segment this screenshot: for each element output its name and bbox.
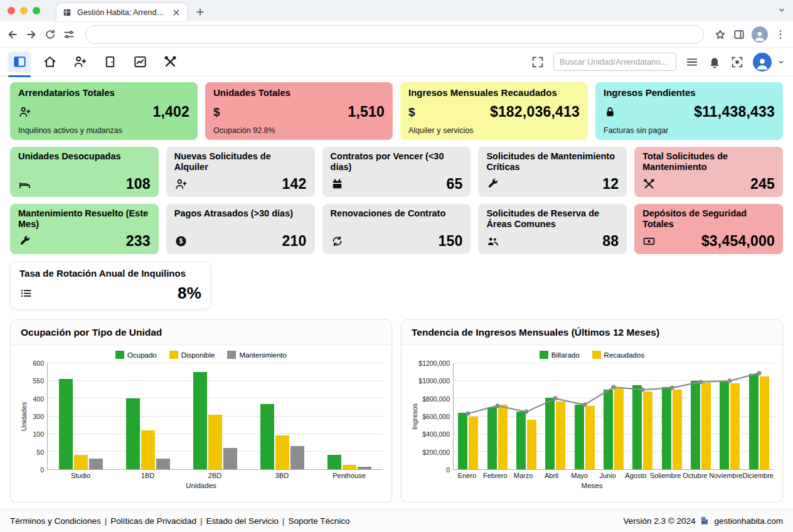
calendar-icon bbox=[331, 178, 344, 191]
site-logo-icon bbox=[700, 516, 710, 526]
stat-value: 1,402 bbox=[152, 104, 189, 120]
y-tick-label: $800,000 bbox=[422, 395, 450, 403]
y-tick-label: $600,000 bbox=[422, 413, 450, 420]
tab-favicon bbox=[62, 8, 72, 18]
trend-point bbox=[669, 386, 674, 390]
avatar-caret-icon[interactable] bbox=[777, 58, 785, 66]
person-icon bbox=[754, 55, 770, 72]
tab-strip: Gestión Habita; Arrendatario bbox=[0, 0, 793, 21]
fullscreen-icon[interactable] bbox=[531, 55, 545, 69]
nav-home-icon[interactable] bbox=[38, 51, 61, 73]
stat-value: $182,036,413 bbox=[490, 104, 580, 120]
legend-label: Billarado bbox=[551, 351, 580, 359]
bar-group bbox=[182, 363, 249, 469]
y-axis-title: Unidades bbox=[19, 363, 28, 470]
footer-separator: | bbox=[105, 516, 107, 526]
footer-link[interactable]: Términos y Condiciones bbox=[10, 516, 101, 526]
income-trend-chart: BillaradoRecaudadosIngresos0$200,000$400… bbox=[402, 345, 782, 492]
banknote-icon bbox=[642, 235, 656, 248]
person-icon bbox=[753, 29, 767, 43]
x-tick-label: 2BD bbox=[181, 472, 248, 479]
tab-title: Gestión Habita; Arrendatario bbox=[77, 8, 166, 17]
x-tick-label: Enero bbox=[453, 472, 481, 479]
stats-row-2: Unidades Desocupadas108Nuevas Solicitude… bbox=[10, 147, 783, 197]
bar-group bbox=[248, 363, 316, 469]
bar-ocupado bbox=[260, 404, 274, 469]
nav-icon-group bbox=[8, 51, 182, 73]
person-add-icon bbox=[174, 178, 188, 191]
menu-icon[interactable] bbox=[685, 55, 699, 69]
legend-swatch bbox=[169, 351, 178, 359]
bar-mantenimiento bbox=[89, 459, 103, 469]
tab-close-icon[interactable] bbox=[171, 8, 181, 18]
people-icon bbox=[486, 235, 499, 248]
stat-card: Nuevas Solicitudes de Alquiler142 bbox=[166, 147, 315, 197]
trend-point bbox=[757, 371, 761, 375]
legend-swatch bbox=[592, 351, 601, 359]
stat-title: Pagos Atrasados (>30 días) bbox=[174, 208, 307, 219]
legend-item: Disponible bbox=[169, 351, 215, 359]
chart-title: Tendencia de Ingresos Mensuales (Últimos… bbox=[402, 320, 782, 345]
nav-tools-icon[interactable] bbox=[158, 51, 182, 73]
side-panel-icon[interactable] bbox=[733, 28, 745, 41]
trend-point bbox=[553, 396, 558, 401]
y-tick-label: $1000,000 bbox=[418, 377, 450, 385]
browser-toolbar bbox=[0, 21, 793, 48]
bar-mantenimiento bbox=[156, 459, 170, 469]
stat-title: Renovaciones de Contrato bbox=[331, 208, 463, 219]
minimize-window-button[interactable] bbox=[20, 7, 28, 14]
footer-link[interactable]: Estado del Servicio bbox=[206, 516, 279, 526]
bar-group bbox=[316, 363, 383, 469]
x-tick-label: Febrero bbox=[481, 472, 509, 479]
reload-icon[interactable] bbox=[44, 28, 56, 41]
stat-title: Tasa de Rotación Anual de Inquilinos bbox=[19, 268, 201, 279]
profile-avatar[interactable] bbox=[752, 26, 768, 43]
x-tick-label: Octubre bbox=[681, 472, 709, 479]
trend-point bbox=[641, 388, 645, 392]
stat-value: 142 bbox=[282, 176, 307, 193]
y-axis-title: Ingresos bbox=[410, 363, 419, 470]
x-tick-label: Abril bbox=[538, 472, 566, 479]
bar-ocupado bbox=[193, 372, 207, 469]
back-icon[interactable] bbox=[6, 28, 19, 41]
stats-row-3: Mantenimiento Resuelto (Este Mes)233Pago… bbox=[10, 204, 783, 254]
stat-title: Ingresos Mensuales Recaudados bbox=[408, 87, 580, 98]
lock-icon bbox=[604, 105, 617, 119]
forward-icon[interactable] bbox=[25, 28, 38, 41]
dashboard-main: Arrendatarios Totales1,402Inquilinos act… bbox=[0, 77, 793, 503]
stat-title: Contratos por Vencer (<30 días) bbox=[331, 151, 463, 173]
footer-link[interactable]: Soporte Técnico bbox=[289, 516, 350, 526]
tab-search-chevron-icon[interactable] bbox=[777, 5, 787, 15]
search-input[interactable] bbox=[553, 53, 676, 71]
list-icon bbox=[19, 287, 33, 300]
dollar-icon: $ bbox=[213, 105, 226, 119]
nav-door-icon[interactable] bbox=[98, 51, 122, 73]
legend-item: Billarado bbox=[540, 351, 580, 359]
new-tab-button[interactable] bbox=[192, 4, 208, 20]
legend-label: Disponible bbox=[181, 351, 215, 359]
user-avatar[interactable] bbox=[753, 53, 772, 72]
bar-mantenimiento bbox=[358, 467, 371, 470]
address-bar[interactable] bbox=[85, 25, 704, 44]
y-axis-ticks: 050100300400550600 bbox=[28, 363, 47, 470]
nav-chart-icon[interactable] bbox=[128, 51, 152, 73]
legend-label: Recaudados bbox=[604, 351, 645, 359]
scan-icon[interactable] bbox=[730, 55, 744, 69]
browser-tab[interactable]: Gestión Habita; Arrendatario bbox=[56, 3, 187, 21]
footer-link[interactable]: Políticas de Privacidad bbox=[110, 516, 196, 526]
browser-menu-icon[interactable] bbox=[774, 28, 787, 41]
close-window-button[interactable] bbox=[8, 7, 15, 14]
tune-icon[interactable] bbox=[63, 28, 75, 41]
site-link[interactable]: gestionhabita.com bbox=[714, 516, 783, 526]
nav-dashboard-panel-icon[interactable] bbox=[8, 51, 31, 73]
bookmark-star-icon[interactable] bbox=[714, 28, 726, 41]
x-tick-label: Penthouse bbox=[316, 472, 383, 479]
x-tick-label: 1BD bbox=[114, 472, 181, 479]
zoom-window-button[interactable] bbox=[33, 7, 40, 14]
footer-links: Términos y Condiciones|Políticas de Priv… bbox=[10, 516, 350, 526]
x-tick-label: Marzo bbox=[509, 472, 538, 479]
bell-icon[interactable] bbox=[708, 55, 721, 69]
nav-person-add-icon[interactable] bbox=[68, 51, 92, 73]
stat-title: Nuevas Solicitudes de Alquiler bbox=[174, 151, 307, 173]
charts-row: Ocupación por Tipo de Unidad OcupadoDisp… bbox=[10, 319, 783, 503]
